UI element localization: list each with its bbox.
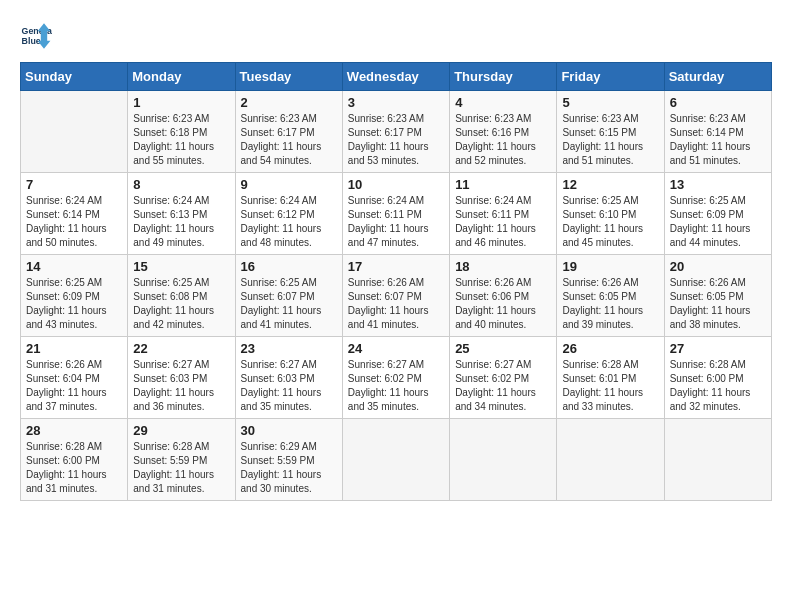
day-info: Sunrise: 6:25 AM Sunset: 6:09 PM Dayligh… <box>670 194 766 250</box>
calendar-cell: 18Sunrise: 6:26 AM Sunset: 6:06 PM Dayli… <box>450 255 557 337</box>
calendar-cell <box>21 91 128 173</box>
day-number: 6 <box>670 95 766 110</box>
day-info: Sunrise: 6:29 AM Sunset: 5:59 PM Dayligh… <box>241 440 337 496</box>
calendar-cell: 6Sunrise: 6:23 AM Sunset: 6:14 PM Daylig… <box>664 91 771 173</box>
day-number: 26 <box>562 341 658 356</box>
day-number: 2 <box>241 95 337 110</box>
day-info: Sunrise: 6:26 AM Sunset: 6:06 PM Dayligh… <box>455 276 551 332</box>
day-info: Sunrise: 6:26 AM Sunset: 6:05 PM Dayligh… <box>562 276 658 332</box>
day-info: Sunrise: 6:24 AM Sunset: 6:13 PM Dayligh… <box>133 194 229 250</box>
logo: GeneralBlue <box>20 20 52 52</box>
day-info: Sunrise: 6:25 AM Sunset: 6:07 PM Dayligh… <box>241 276 337 332</box>
day-number: 17 <box>348 259 444 274</box>
day-info: Sunrise: 6:28 AM Sunset: 6:00 PM Dayligh… <box>670 358 766 414</box>
calendar-cell: 11Sunrise: 6:24 AM Sunset: 6:11 PM Dayli… <box>450 173 557 255</box>
calendar-cell: 12Sunrise: 6:25 AM Sunset: 6:10 PM Dayli… <box>557 173 664 255</box>
day-info: Sunrise: 6:26 AM Sunset: 6:07 PM Dayligh… <box>348 276 444 332</box>
day-number: 27 <box>670 341 766 356</box>
day-number: 5 <box>562 95 658 110</box>
day-info: Sunrise: 6:25 AM Sunset: 6:08 PM Dayligh… <box>133 276 229 332</box>
calendar-cell: 30Sunrise: 6:29 AM Sunset: 5:59 PM Dayli… <box>235 419 342 501</box>
calendar-cell: 19Sunrise: 6:26 AM Sunset: 6:05 PM Dayli… <box>557 255 664 337</box>
day-number: 9 <box>241 177 337 192</box>
calendar-week: 28Sunrise: 6:28 AM Sunset: 6:00 PM Dayli… <box>21 419 772 501</box>
calendar-cell: 2Sunrise: 6:23 AM Sunset: 6:17 PM Daylig… <box>235 91 342 173</box>
calendar-cell: 15Sunrise: 6:25 AM Sunset: 6:08 PM Dayli… <box>128 255 235 337</box>
calendar-cell: 29Sunrise: 6:28 AM Sunset: 5:59 PM Dayli… <box>128 419 235 501</box>
day-info: Sunrise: 6:23 AM Sunset: 6:17 PM Dayligh… <box>241 112 337 168</box>
calendar-cell: 5Sunrise: 6:23 AM Sunset: 6:15 PM Daylig… <box>557 91 664 173</box>
calendar-cell: 21Sunrise: 6:26 AM Sunset: 6:04 PM Dayli… <box>21 337 128 419</box>
day-number: 1 <box>133 95 229 110</box>
day-info: Sunrise: 6:24 AM Sunset: 6:14 PM Dayligh… <box>26 194 122 250</box>
day-info: Sunrise: 6:26 AM Sunset: 6:05 PM Dayligh… <box>670 276 766 332</box>
day-number: 7 <box>26 177 122 192</box>
calendar-cell <box>450 419 557 501</box>
day-number: 21 <box>26 341 122 356</box>
weekday-header: Saturday <box>664 63 771 91</box>
calendar-cell <box>557 419 664 501</box>
day-number: 19 <box>562 259 658 274</box>
calendar-cell <box>664 419 771 501</box>
calendar-cell: 16Sunrise: 6:25 AM Sunset: 6:07 PM Dayli… <box>235 255 342 337</box>
day-info: Sunrise: 6:24 AM Sunset: 6:11 PM Dayligh… <box>348 194 444 250</box>
weekday-header: Monday <box>128 63 235 91</box>
day-number: 12 <box>562 177 658 192</box>
calendar-cell: 8Sunrise: 6:24 AM Sunset: 6:13 PM Daylig… <box>128 173 235 255</box>
calendar-cell: 1Sunrise: 6:23 AM Sunset: 6:18 PM Daylig… <box>128 91 235 173</box>
day-number: 8 <box>133 177 229 192</box>
day-number: 23 <box>241 341 337 356</box>
day-info: Sunrise: 6:23 AM Sunset: 6:16 PM Dayligh… <box>455 112 551 168</box>
day-number: 29 <box>133 423 229 438</box>
day-number: 13 <box>670 177 766 192</box>
day-info: Sunrise: 6:25 AM Sunset: 6:09 PM Dayligh… <box>26 276 122 332</box>
calendar-cell: 20Sunrise: 6:26 AM Sunset: 6:05 PM Dayli… <box>664 255 771 337</box>
day-number: 11 <box>455 177 551 192</box>
day-number: 24 <box>348 341 444 356</box>
calendar-cell: 14Sunrise: 6:25 AM Sunset: 6:09 PM Dayli… <box>21 255 128 337</box>
day-number: 10 <box>348 177 444 192</box>
weekday-header: Sunday <box>21 63 128 91</box>
day-number: 15 <box>133 259 229 274</box>
day-info: Sunrise: 6:28 AM Sunset: 5:59 PM Dayligh… <box>133 440 229 496</box>
calendar-week: 7Sunrise: 6:24 AM Sunset: 6:14 PM Daylig… <box>21 173 772 255</box>
day-number: 20 <box>670 259 766 274</box>
day-info: Sunrise: 6:24 AM Sunset: 6:12 PM Dayligh… <box>241 194 337 250</box>
calendar-cell: 13Sunrise: 6:25 AM Sunset: 6:09 PM Dayli… <box>664 173 771 255</box>
day-info: Sunrise: 6:23 AM Sunset: 6:15 PM Dayligh… <box>562 112 658 168</box>
day-info: Sunrise: 6:23 AM Sunset: 6:18 PM Dayligh… <box>133 112 229 168</box>
weekday-header: Friday <box>557 63 664 91</box>
calendar-cell: 7Sunrise: 6:24 AM Sunset: 6:14 PM Daylig… <box>21 173 128 255</box>
calendar-cell: 10Sunrise: 6:24 AM Sunset: 6:11 PM Dayli… <box>342 173 449 255</box>
calendar-cell: 3Sunrise: 6:23 AM Sunset: 6:17 PM Daylig… <box>342 91 449 173</box>
day-number: 3 <box>348 95 444 110</box>
day-number: 25 <box>455 341 551 356</box>
day-info: Sunrise: 6:27 AM Sunset: 6:03 PM Dayligh… <box>241 358 337 414</box>
logo-icon: GeneralBlue <box>20 20 52 52</box>
header-row: SundayMondayTuesdayWednesdayThursdayFrid… <box>21 63 772 91</box>
calendar-cell: 24Sunrise: 6:27 AM Sunset: 6:02 PM Dayli… <box>342 337 449 419</box>
calendar-header: SundayMondayTuesdayWednesdayThursdayFrid… <box>21 63 772 91</box>
calendar-cell: 25Sunrise: 6:27 AM Sunset: 6:02 PM Dayli… <box>450 337 557 419</box>
day-number: 30 <box>241 423 337 438</box>
calendar-cell: 23Sunrise: 6:27 AM Sunset: 6:03 PM Dayli… <box>235 337 342 419</box>
day-number: 18 <box>455 259 551 274</box>
calendar-cell: 27Sunrise: 6:28 AM Sunset: 6:00 PM Dayli… <box>664 337 771 419</box>
day-info: Sunrise: 6:26 AM Sunset: 6:04 PM Dayligh… <box>26 358 122 414</box>
calendar-cell: 4Sunrise: 6:23 AM Sunset: 6:16 PM Daylig… <box>450 91 557 173</box>
day-info: Sunrise: 6:23 AM Sunset: 6:14 PM Dayligh… <box>670 112 766 168</box>
calendar-week: 14Sunrise: 6:25 AM Sunset: 6:09 PM Dayli… <box>21 255 772 337</box>
day-info: Sunrise: 6:25 AM Sunset: 6:10 PM Dayligh… <box>562 194 658 250</box>
day-info: Sunrise: 6:27 AM Sunset: 6:02 PM Dayligh… <box>348 358 444 414</box>
weekday-header: Tuesday <box>235 63 342 91</box>
weekday-header: Wednesday <box>342 63 449 91</box>
calendar-body: 1Sunrise: 6:23 AM Sunset: 6:18 PM Daylig… <box>21 91 772 501</box>
day-info: Sunrise: 6:27 AM Sunset: 6:03 PM Dayligh… <box>133 358 229 414</box>
calendar-week: 21Sunrise: 6:26 AM Sunset: 6:04 PM Dayli… <box>21 337 772 419</box>
day-info: Sunrise: 6:28 AM Sunset: 6:01 PM Dayligh… <box>562 358 658 414</box>
page-header: GeneralBlue <box>20 20 772 52</box>
day-number: 14 <box>26 259 122 274</box>
calendar-table: SundayMondayTuesdayWednesdayThursdayFrid… <box>20 62 772 501</box>
day-number: 16 <box>241 259 337 274</box>
calendar-cell: 22Sunrise: 6:27 AM Sunset: 6:03 PM Dayli… <box>128 337 235 419</box>
